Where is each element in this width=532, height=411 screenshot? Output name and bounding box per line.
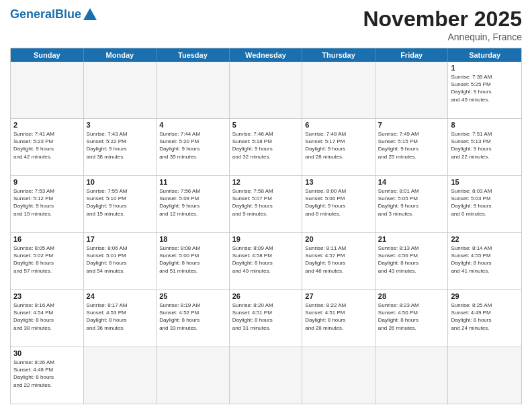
weekday-header-tuesday: Tuesday bbox=[157, 48, 230, 62]
day-number: 17 bbox=[87, 235, 154, 243]
calendar-day-30: 30Sunrise: 8:26 AM Sunset: 4:48 PM Dayli… bbox=[11, 347, 84, 404]
logo-general: General bbox=[10, 7, 55, 21]
day-number: 15 bbox=[451, 178, 519, 186]
day-number: 4 bbox=[159, 121, 226, 129]
day-number: 26 bbox=[232, 292, 300, 300]
day-number: 11 bbox=[159, 178, 226, 186]
calendar-row-4: 23Sunrise: 8:16 AM Sunset: 4:54 PM Dayli… bbox=[11, 290, 521, 347]
weekday-header-sunday: Sunday bbox=[11, 48, 84, 62]
sun-info: Sunrise: 8:01 AM Sunset: 5:05 PM Dayligh… bbox=[378, 187, 445, 218]
sun-info: Sunrise: 8:09 AM Sunset: 4:58 PM Dayligh… bbox=[232, 244, 300, 275]
calendar-day-28: 28Sunrise: 8:23 AM Sunset: 4:50 PM Dayli… bbox=[375, 290, 449, 347]
sun-info: Sunrise: 8:20 AM Sunset: 4:51 PM Dayligh… bbox=[232, 302, 300, 332]
calendar-day-13: 13Sunrise: 8:00 AM Sunset: 5:06 PM Dayli… bbox=[302, 176, 375, 232]
day-number: 5 bbox=[232, 121, 300, 129]
calendar-day-14: 14Sunrise: 8:01 AM Sunset: 5:05 PM Dayli… bbox=[375, 176, 449, 232]
title-block: November 2025 Annequin, France bbox=[363, 7, 522, 42]
calendar-day-7: 7Sunrise: 7:49 AM Sunset: 5:15 PM Daylig… bbox=[375, 119, 449, 175]
calendar-cell-empty bbox=[11, 62, 84, 118]
calendar-day-23: 23Sunrise: 8:16 AM Sunset: 4:54 PM Dayli… bbox=[11, 290, 84, 347]
calendar-day-1: 1Sunrise: 7:39 AM Sunset: 5:25 PM Daylig… bbox=[448, 62, 521, 118]
calendar-day-18: 18Sunrise: 8:08 AM Sunset: 5:00 PM Dayli… bbox=[157, 233, 230, 289]
calendar-day-9: 9Sunrise: 7:53 AM Sunset: 5:12 PM Daylig… bbox=[11, 176, 84, 232]
day-number: 14 bbox=[378, 178, 445, 186]
sun-info: Sunrise: 7:46 AM Sunset: 5:18 PM Dayligh… bbox=[232, 130, 300, 161]
calendar-day-25: 25Sunrise: 8:19 AM Sunset: 4:52 PM Dayli… bbox=[157, 290, 230, 347]
calendar-day-19: 19Sunrise: 8:09 AM Sunset: 4:58 PM Dayli… bbox=[230, 233, 303, 289]
day-number: 13 bbox=[305, 178, 372, 186]
svg-marker-0 bbox=[83, 8, 97, 20]
sun-info: Sunrise: 8:26 AM Sunset: 4:48 PM Dayligh… bbox=[13, 359, 81, 389]
day-number: 7 bbox=[378, 121, 445, 129]
day-number: 16 bbox=[13, 235, 81, 243]
sun-info: Sunrise: 7:56 AM Sunset: 5:09 PM Dayligh… bbox=[159, 187, 226, 218]
calendar-body: 1Sunrise: 7:39 AM Sunset: 5:25 PM Daylig… bbox=[11, 62, 521, 404]
calendar-day-24: 24Sunrise: 8:17 AM Sunset: 4:53 PM Dayli… bbox=[84, 290, 157, 347]
calendar-day-20: 20Sunrise: 8:11 AM Sunset: 4:57 PM Dayli… bbox=[302, 233, 375, 289]
day-number: 8 bbox=[451, 121, 519, 129]
day-number: 3 bbox=[87, 121, 154, 129]
weekday-header-thursday: Thursday bbox=[302, 48, 375, 62]
sun-info: Sunrise: 7:51 AM Sunset: 5:13 PM Dayligh… bbox=[451, 130, 519, 161]
sun-info: Sunrise: 8:16 AM Sunset: 4:54 PM Dayligh… bbox=[13, 302, 81, 332]
calendar-cell-empty bbox=[157, 347, 230, 404]
sun-info: Sunrise: 8:22 AM Sunset: 4:51 PM Dayligh… bbox=[305, 302, 372, 332]
day-number: 30 bbox=[13, 349, 81, 357]
calendar-row-5: 30Sunrise: 8:26 AM Sunset: 4:48 PM Dayli… bbox=[11, 347, 521, 404]
sun-info: Sunrise: 7:39 AM Sunset: 5:25 PM Dayligh… bbox=[451, 73, 519, 103]
day-number: 29 bbox=[451, 292, 519, 300]
calendar-day-27: 27Sunrise: 8:22 AM Sunset: 4:51 PM Dayli… bbox=[302, 290, 375, 347]
calendar-day-21: 21Sunrise: 8:13 AM Sunset: 4:56 PM Dayli… bbox=[375, 233, 449, 289]
logo-text: GeneralBlue bbox=[10, 8, 81, 20]
calendar-day-26: 26Sunrise: 8:20 AM Sunset: 4:51 PM Dayli… bbox=[230, 290, 303, 347]
calendar-day-12: 12Sunrise: 7:58 AM Sunset: 5:07 PM Dayli… bbox=[230, 176, 303, 232]
sun-info: Sunrise: 8:03 AM Sunset: 5:03 PM Dayligh… bbox=[451, 187, 519, 218]
calendar-day-29: 29Sunrise: 8:25 AM Sunset: 4:49 PM Dayli… bbox=[448, 290, 521, 347]
sun-info: Sunrise: 7:49 AM Sunset: 5:15 PM Dayligh… bbox=[378, 130, 445, 161]
weekday-header-friday: Friday bbox=[375, 48, 449, 62]
sun-info: Sunrise: 8:08 AM Sunset: 5:00 PM Dayligh… bbox=[159, 244, 226, 275]
day-number: 25 bbox=[159, 292, 226, 300]
sun-info: Sunrise: 8:14 AM Sunset: 4:55 PM Dayligh… bbox=[451, 244, 519, 275]
page: GeneralBlue November 2025 Annequin, Fran… bbox=[0, 0, 532, 411]
header: GeneralBlue November 2025 Annequin, Fran… bbox=[10, 7, 522, 42]
day-number: 18 bbox=[159, 235, 226, 243]
sun-info: Sunrise: 7:55 AM Sunset: 5:10 PM Dayligh… bbox=[87, 187, 154, 218]
sun-info: Sunrise: 7:53 AM Sunset: 5:12 PM Dayligh… bbox=[13, 187, 81, 218]
logo-blue: Blue bbox=[55, 7, 81, 21]
weekday-header-monday: Monday bbox=[84, 48, 157, 62]
sun-info: Sunrise: 7:41 AM Sunset: 5:23 PM Dayligh… bbox=[13, 130, 81, 161]
calendar-day-11: 11Sunrise: 7:56 AM Sunset: 5:09 PM Dayli… bbox=[157, 176, 230, 232]
sun-info: Sunrise: 8:19 AM Sunset: 4:52 PM Dayligh… bbox=[159, 302, 226, 332]
calendar-cell-empty bbox=[375, 62, 449, 118]
sun-info: Sunrise: 8:05 AM Sunset: 5:02 PM Dayligh… bbox=[13, 244, 81, 275]
weekday-header-wednesday: Wednesday bbox=[230, 48, 303, 62]
day-number: 24 bbox=[87, 292, 154, 300]
calendar-day-3: 3Sunrise: 7:43 AM Sunset: 5:22 PM Daylig… bbox=[84, 119, 157, 175]
title-month: November 2025 bbox=[363, 7, 522, 32]
day-number: 9 bbox=[13, 178, 81, 186]
sun-info: Sunrise: 8:13 AM Sunset: 4:56 PM Dayligh… bbox=[378, 244, 445, 275]
day-number: 19 bbox=[232, 235, 300, 243]
calendar-cell-empty bbox=[375, 347, 449, 404]
day-number: 21 bbox=[378, 235, 445, 243]
calendar-day-5: 5Sunrise: 7:46 AM Sunset: 5:18 PM Daylig… bbox=[230, 119, 303, 175]
calendar-row-3: 16Sunrise: 8:05 AM Sunset: 5:02 PM Dayli… bbox=[11, 233, 521, 290]
calendar-cell-empty bbox=[302, 62, 375, 118]
sun-info: Sunrise: 8:23 AM Sunset: 4:50 PM Dayligh… bbox=[378, 302, 445, 332]
calendar-day-22: 22Sunrise: 8:14 AM Sunset: 4:55 PM Dayli… bbox=[448, 233, 521, 289]
calendar-day-6: 6Sunrise: 7:48 AM Sunset: 5:17 PM Daylig… bbox=[302, 119, 375, 175]
logo: GeneralBlue bbox=[10, 7, 97, 21]
day-number: 2 bbox=[13, 121, 81, 129]
sun-info: Sunrise: 7:44 AM Sunset: 5:20 PM Dayligh… bbox=[159, 130, 226, 161]
day-number: 10 bbox=[87, 178, 154, 186]
calendar-header: SundayMondayTuesdayWednesdayThursdayFrid… bbox=[11, 48, 521, 62]
sun-info: Sunrise: 8:00 AM Sunset: 5:06 PM Dayligh… bbox=[305, 187, 372, 218]
calendar-cell-empty bbox=[84, 62, 157, 118]
sun-info: Sunrise: 7:43 AM Sunset: 5:22 PM Dayligh… bbox=[87, 130, 154, 161]
calendar-day-4: 4Sunrise: 7:44 AM Sunset: 5:20 PM Daylig… bbox=[157, 119, 230, 175]
day-number: 23 bbox=[13, 292, 81, 300]
calendar-day-17: 17Sunrise: 8:06 AM Sunset: 5:01 PM Dayli… bbox=[84, 233, 157, 289]
day-number: 20 bbox=[305, 235, 372, 243]
calendar-cell-empty bbox=[230, 347, 303, 404]
